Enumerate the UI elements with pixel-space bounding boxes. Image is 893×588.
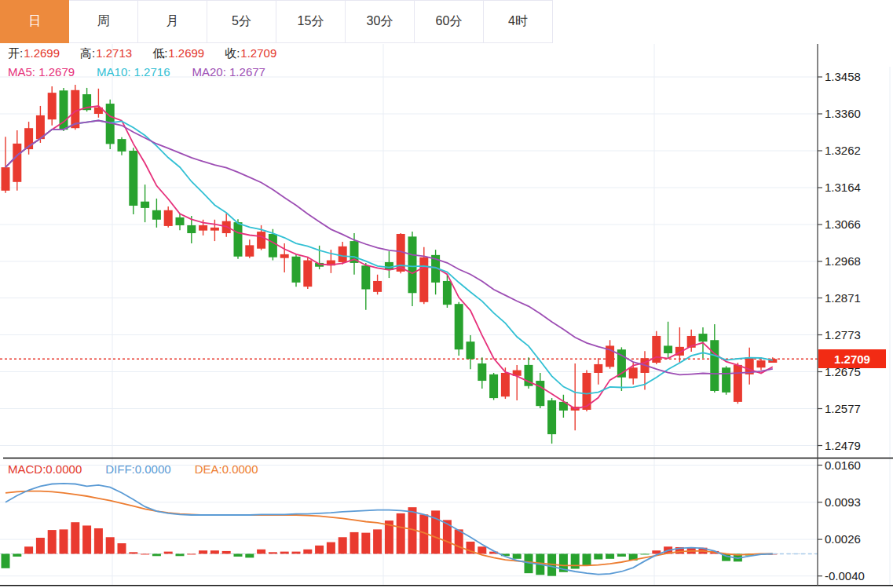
- price-axis-label: 1.2968: [825, 254, 861, 268]
- candle-body: [443, 281, 452, 305]
- price-axis-label: 1.2577: [825, 402, 861, 415]
- last-price-tag: 1.2709: [818, 349, 886, 368]
- candle-body: [292, 257, 301, 283]
- tab-15min[interactable]: 15分: [276, 0, 346, 43]
- macd-hist-bar: [280, 552, 289, 554]
- macd-hist-bar: [94, 528, 103, 553]
- macd-readout: MACD:0.0000 DIFF:0.0000 DEA:0.0000: [8, 462, 258, 476]
- macd-hist-bar: [478, 546, 486, 553]
- macd-hist-bar: [24, 546, 33, 553]
- macd-axis-label: 0.0026: [825, 532, 861, 546]
- macd-axis-label: 0.0160: [825, 458, 861, 472]
- candle-body: [152, 210, 161, 220]
- macd-hist-bar: [82, 525, 91, 553]
- macd-hist-bar: [641, 553, 650, 554]
- macd-hist-bar: [303, 550, 312, 554]
- ma20-readout: MA20: 1.2677: [192, 65, 265, 79]
- tab-4hour[interactable]: 4时: [484, 0, 553, 43]
- close-label: 收:: [225, 46, 240, 60]
- candle-body: [361, 265, 370, 289]
- candle-body: [710, 340, 719, 391]
- tab-5min[interactable]: 5分: [207, 0, 276, 43]
- ma20-value: 1.2677: [229, 65, 265, 79]
- candle-body: [664, 345, 672, 353]
- macd-hist-bar: [71, 522, 79, 553]
- ma5-value: 1.2679: [38, 65, 75, 79]
- dea-value-group: DEA:0.0000: [195, 462, 258, 476]
- ma10-value: 1.2716: [134, 65, 170, 79]
- macd-hist-bar: [210, 550, 219, 553]
- macd-hist-bar: [606, 553, 614, 558]
- candle-body: [210, 228, 219, 231]
- dea-label: DEA:: [195, 462, 222, 476]
- ohlc-open: 开:1.2699: [8, 46, 60, 61]
- macd-axis-label: -0.0040: [825, 569, 865, 583]
- candle-body: [455, 304, 463, 349]
- candle-body: [280, 254, 289, 258]
- tab-week[interactable]: 周: [69, 0, 138, 43]
- ohlc-low: 低:1.2699: [152, 46, 204, 61]
- macd-hist-bar: [187, 553, 196, 554]
- macd-hist-bar: [176, 553, 185, 556]
- candle-body: [164, 210, 173, 226]
- macd-hist-bar: [455, 529, 463, 553]
- candle-body: [699, 334, 708, 341]
- candle-body: [734, 365, 742, 402]
- diff-value-group: DIFF:0.0000: [105, 462, 170, 476]
- macd-hist-bar: [2, 553, 10, 568]
- macd-axis-label: 0.0093: [825, 495, 861, 509]
- candle-body: [187, 225, 196, 233]
- candle-body: [269, 234, 277, 257]
- candle-body: [373, 281, 382, 292]
- candle-body: [547, 400, 556, 434]
- open-value: 1.2699: [24, 46, 60, 60]
- macd-hist-bar: [234, 553, 243, 557]
- tab-day[interactable]: 日: [0, 0, 69, 43]
- ohlc-close: 收:1.2709: [225, 46, 276, 61]
- candle-body: [536, 381, 544, 406]
- price-axis-label: 1.3458: [825, 70, 861, 83]
- candle-body: [467, 341, 475, 359]
- candle-body: [257, 232, 265, 249]
- open-label: 开:: [8, 46, 23, 60]
- candle-body: [339, 247, 347, 262]
- candle-body: [594, 364, 602, 373]
- timeframe-tabs: 日周月5分15分30分60分4时: [0, 0, 553, 43]
- candle-body: [501, 373, 510, 396]
- ma10-label: MA10:: [97, 65, 130, 79]
- candle-body: [2, 167, 10, 191]
- high-value: 1.2713: [96, 46, 132, 60]
- candle-body: [408, 236, 417, 293]
- candle-body: [303, 261, 312, 287]
- tab-30min[interactable]: 30分: [346, 0, 415, 43]
- diff-value: 0.0000: [135, 462, 171, 476]
- macd-hist-bar: [129, 552, 137, 553]
- candle-body: [629, 367, 638, 378]
- candle-body: [129, 151, 137, 206]
- price-axis-label: 1.2479: [825, 439, 861, 452]
- candle-body: [234, 222, 243, 257]
- candlestick-chart[interactable]: 1.34581.33601.32621.31641.30661.29681.28…: [0, 0, 893, 588]
- macd-label: MACD:: [8, 462, 46, 476]
- macd-hist-bar: [13, 553, 21, 557]
- macd-hist-bar: [327, 542, 335, 554]
- dea-value: 0.0000: [222, 462, 258, 476]
- candle-body: [118, 139, 126, 152]
- macd-hist-bar: [583, 553, 591, 565]
- macd-hist-bar: [594, 553, 602, 559]
- candle-body: [199, 225, 207, 231]
- macd-hist-bar: [513, 553, 522, 558]
- ohlc-readout: 开:1.2699 高:1.2713 低:1.2699 收:1.2709: [8, 46, 276, 61]
- macd-hist-bar: [48, 530, 57, 553]
- candle-body: [13, 144, 21, 182]
- price-axis-label: 1.2871: [825, 291, 861, 305]
- high-label: 高:: [80, 46, 95, 60]
- price-axis-label: 1.2773: [825, 328, 861, 341]
- ma5-label: MA5:: [8, 65, 35, 79]
- macd-hist-bar: [350, 532, 359, 554]
- tab-month[interactable]: 月: [138, 0, 207, 43]
- ma-readout: MA5: 1.2679 MA10: 1.2716 MA20: 1.2677: [8, 65, 265, 79]
- macd-hist-bar: [60, 529, 68, 553]
- macd-hist-bar: [571, 553, 580, 568]
- tab-60min[interactable]: 60分: [415, 0, 484, 43]
